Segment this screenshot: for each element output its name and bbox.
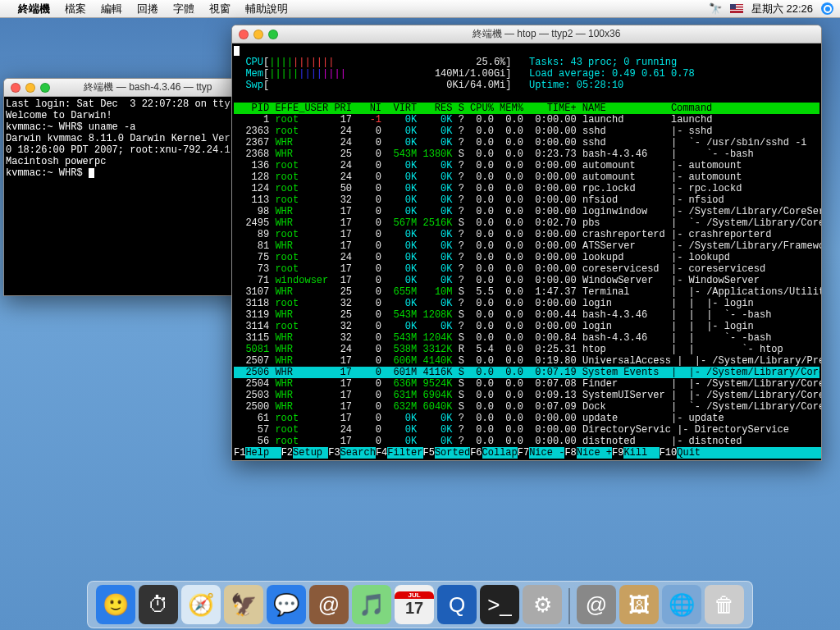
- process-row[interactable]: 2368 WHR 25 0 543M 1380K S 0.0 0.0 0:23.…: [234, 148, 819, 160]
- bash-line: Macintosh powerpc: [6, 156, 251, 167]
- app-menu[interactable]: 終端機: [18, 2, 50, 16]
- process-row[interactable]: 75 root 24 0 0K 0K ? 0.0 0.0 0:00.00 loo…: [234, 252, 819, 263]
- bash-window-title: 終端機 — bash-4.3.46 — ttyp: [50, 80, 246, 94]
- dock-pictures-icon[interactable]: 🖼: [619, 585, 659, 624]
- process-row[interactable]: 71 windowser 17 0 0K 0K ? 0.0 0.0 0:00.0…: [234, 275, 819, 286]
- zoom-icon[interactable]: [268, 30, 278, 39]
- dock-address-icon[interactable]: @: [309, 585, 349, 624]
- process-row[interactable]: 2504 WHR 17 0 636M 9524K S 0.0 0.0 0:07.…: [234, 378, 819, 390]
- htop-titlebar[interactable]: 終端機 — htop — ttyp2 — 100x36: [232, 25, 821, 43]
- menu-font[interactable]: 字體: [173, 2, 194, 16]
- dock-mail2-icon[interactable]: @: [577, 585, 616, 624]
- htop-footer[interactable]: F1Help F2Setup F3SearchF4FilterF5SortedF…: [234, 447, 819, 459]
- dock-divider: [568, 588, 570, 624]
- bash-titlebar[interactable]: 終端機 — bash-4.3.46 — ttyp: [4, 79, 253, 97]
- process-row[interactable]: 1 root 17 -1 0K 0K ? 0.0 0.0 0:00.00 lau…: [234, 114, 819, 126]
- process-row[interactable]: 2367 WHR 24 0 0K 0K ? 0.0 0.0 0:00.00 ss…: [234, 137, 819, 148]
- dock-site-icon[interactable]: 🌐: [662, 585, 701, 624]
- dock-mail-icon[interactable]: 🦅: [224, 585, 263, 624]
- process-row[interactable]: 2500 WHR 17 0 632M 6040K S 0.0 0.0 0:07.…: [234, 401, 819, 413]
- dock-trash-icon[interactable]: 🗑: [705, 585, 744, 624]
- process-row[interactable]: 2503 WHR 17 0 631M 6904K S 0.0 0.0 0:09.…: [234, 390, 819, 401]
- process-row[interactable]: 5081 WHR 24 0 538M 3312K R 5.4 0.0 0:25.…: [234, 344, 819, 355]
- process-row[interactable]: 2506 WHR 17 0 601M 4116K S 0.0 0.0 0:07.…: [234, 367, 819, 378]
- process-row[interactable]: 2507 WHR 17 0 606M 4140K S 0.0 0.0 0:19.…: [234, 355, 819, 367]
- menu-window[interactable]: 視窗: [209, 2, 231, 16]
- process-row[interactable]: 57 root 24 0 0K 0K ? 0.0 0.0 0:00.00 Dir…: [234, 424, 819, 436]
- bash-line: Darwin kvmmac 8.11.0 Darwin Kernel Ver: [6, 133, 251, 144]
- dock-ichat-icon[interactable]: 💬: [267, 585, 306, 624]
- htop-terminal-window[interactable]: 終端機 — htop — ttyp2 — 100x36 CPU[||||||||…: [231, 25, 822, 461]
- process-row[interactable]: 128 root 24 0 0K 0K ? 0.0 0.0 0:00.00 au…: [234, 171, 819, 183]
- menu-help[interactable]: 輔助說明: [245, 2, 288, 16]
- dock-dashboard-icon[interactable]: ⏱: [139, 585, 178, 624]
- menu-edit[interactable]: 編輯: [101, 2, 122, 16]
- process-row[interactable]: 73 root 17 0 0K 0K ? 0.0 0.0 0:00.00 cor…: [234, 263, 819, 275]
- close-icon[interactable]: [11, 83, 21, 93]
- dock-quicktime-icon[interactable]: Q: [437, 585, 477, 624]
- process-row[interactable]: 3115 WHR 32 0 543M 1204K S 0.0 0.0 0:00.…: [234, 332, 819, 344]
- clock[interactable]: 星期六 22:26: [751, 2, 813, 16]
- menubar: 終端機 檔案 編輯 回捲 字體 視窗 輔助說明 🔭 星期六 22:26: [0, 0, 840, 18]
- htop-terminal-body[interactable]: CPU[||||||||||| 25.6%] Tasks: 43 proc; 0…: [232, 43, 821, 460]
- process-row[interactable]: 3118 root 32 0 0K 0K ? 0.0 0.0 0:00.00 l…: [234, 298, 819, 309]
- dock-sysprefs-icon[interactable]: ⚙: [523, 585, 562, 624]
- process-row[interactable]: 136 root 24 0 0K 0K ? 0.0 0.0 0:00.00 au…: [234, 160, 819, 171]
- process-row[interactable]: 2363 root 24 0 0K 0K ? 0.0 0.0 0:00.00 s…: [234, 126, 819, 137]
- cursor: [89, 168, 94, 178]
- process-row[interactable]: 113 root 32 0 0K 0K ? 0.0 0.0 0:00.00 nf…: [234, 194, 819, 206]
- close-icon[interactable]: [239, 30, 249, 39]
- process-row[interactable]: 3119 WHR 25 0 543M 1208K S 0.0 0.0 0:00.…: [234, 309, 819, 321]
- process-row[interactable]: 124 root 50 0 0K 0K ? 0.0 0.0 0:00.00 rp…: [234, 183, 819, 194]
- bash-line: 0 18:26:00 PDT 2007; root:xnu-792.24.1: [6, 144, 251, 156]
- menu-scroll[interactable]: 回捲: [137, 2, 158, 16]
- bash-line: kvmmac:~ WHR$ uname -a: [6, 121, 251, 133]
- process-row[interactable]: 3114 root 32 0 0K 0K ? 0.0 0.0 0:00.00 l…: [234, 321, 819, 332]
- bash-terminal-window[interactable]: 終端機 — bash-4.3.46 — ttyp Last login: Sat…: [3, 78, 253, 296]
- spotlight-icon[interactable]: [821, 2, 833, 15]
- bash-terminal-body[interactable]: Last login: Sat Dec 3 22:07:28 on ttyWel…: [4, 97, 253, 295]
- process-row[interactable]: 3107 WHR 25 0 655M 10M S 5.5 0.0 1:47.37…: [234, 286, 819, 298]
- process-header: PID EFFE_USER PRI NI VIRT RES S CPU% MEM…: [234, 103, 819, 114]
- menu-file[interactable]: 檔案: [65, 2, 86, 16]
- dock-safari-icon[interactable]: 🧭: [181, 585, 221, 624]
- input-flag-icon[interactable]: [730, 4, 743, 13]
- dock-ical-icon[interactable]: JUL17: [395, 585, 434, 624]
- minimize-icon[interactable]: [25, 83, 35, 93]
- bash-line: Last login: Sat Dec 3 22:07:28 on tty: [6, 98, 251, 110]
- dock: 🙂⏱🧭🦅💬@🎵JUL17Q>_⚙@🖼🌐🗑: [87, 581, 753, 628]
- bash-line: kvmmac:~ WHR$: [6, 167, 251, 179]
- dock-terminal-icon[interactable]: >_: [480, 585, 519, 624]
- process-row[interactable]: 2495 WHR 17 0 567M 2516K S 0.0 0.0 0:02.…: [234, 217, 819, 229]
- process-row[interactable]: 61 root 17 0 0K 0K ? 0.0 0.0 0:00.00 upd…: [234, 413, 819, 424]
- process-row[interactable]: 81 WHR 17 0 0K 0K ? 0.0 0.0 0:00.00 ATSS…: [234, 240, 819, 252]
- zoom-icon[interactable]: [40, 83, 50, 93]
- minimize-icon[interactable]: [253, 30, 263, 39]
- dock-itunes-icon[interactable]: 🎵: [352, 585, 391, 624]
- process-row[interactable]: 89 root 17 0 0K 0K ? 0.0 0.0 0:00.00 cra…: [234, 229, 819, 240]
- process-row[interactable]: 56 root 17 0 0K 0K ? 0.0 0.0 0:00.00 dis…: [234, 436, 819, 447]
- binoculars-icon[interactable]: 🔭: [709, 2, 722, 15]
- htop-window-title: 終端機 — htop — ttyp2 — 100x36: [278, 27, 815, 41]
- dock-finder-icon[interactable]: 🙂: [96, 585, 135, 624]
- process-row[interactable]: 98 WHR 17 0 0K 0K ? 0.0 0.0 0:00.00 logi…: [234, 206, 819, 217]
- bash-line: Welcome to Darwin!: [6, 110, 251, 121]
